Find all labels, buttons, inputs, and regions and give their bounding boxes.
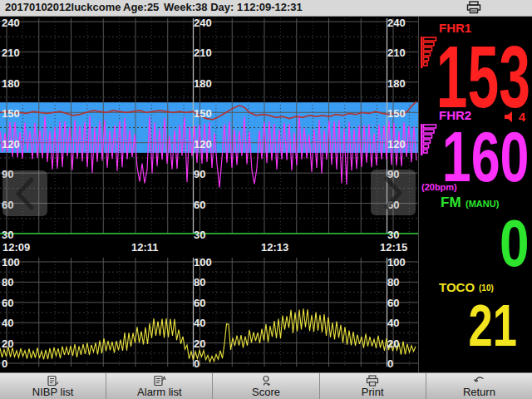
svg-text:120: 120	[387, 138, 406, 150]
svg-text:240: 240	[2, 17, 20, 29]
svg-text:150: 150	[194, 107, 212, 120]
toco-value: 21	[469, 297, 517, 355]
svg-text:80: 80	[387, 276, 399, 288]
svg-text:120: 120	[2, 138, 20, 150]
svg-text:20: 20	[194, 337, 205, 350]
alarm-list-button[interactable]: Alarm list	[106, 373, 213, 399]
svg-text:60: 60	[387, 297, 399, 309]
svg-text:30: 30	[387, 229, 399, 241]
svg-text:12:11: 12:11	[131, 241, 159, 254]
alarm-list-label: Alarm list	[137, 387, 181, 398]
svg-text:20: 20	[387, 337, 399, 350]
fetal-monitor-review-screen: 20170102012luckcome Age:25 Week:38 Day: …	[0, 0, 532, 399]
svg-text:150: 150	[2, 107, 20, 120]
fm-mode-label: (MANU)	[466, 199, 499, 209]
svg-text:0: 0	[2, 357, 7, 370]
svg-text:180: 180	[194, 77, 212, 90]
nibp-list-label: NIBP list	[32, 387, 74, 398]
svg-text:12:09: 12:09	[2, 241, 30, 254]
score-button[interactable]: Score	[213, 373, 319, 399]
score-label: Score	[252, 387, 280, 398]
vitals-panel: FHR1 153 FHR2 4	[418, 17, 532, 372]
toco-gain-label: (10)	[479, 283, 494, 293]
fm-count-value: 0	[499, 210, 529, 277]
svg-text:90: 90	[194, 168, 205, 180]
svg-text:40: 40	[194, 317, 205, 329]
svg-text:0: 0	[194, 357, 200, 370]
svg-text:20: 20	[2, 337, 13, 350]
return-label: Return	[463, 387, 495, 398]
score-icon	[259, 375, 273, 387]
svg-text:30: 30	[194, 229, 205, 241]
print-button[interactable]: Print	[320, 373, 426, 399]
svg-text:60: 60	[2, 297, 13, 309]
chevron-left-icon	[8, 175, 42, 212]
svg-text:80: 80	[194, 276, 205, 288]
svg-text:120: 120	[194, 138, 212, 150]
fhr2-range-note: (20bpm)	[421, 182, 457, 192]
svg-text:0: 0	[387, 357, 393, 370]
svg-text:40: 40	[387, 317, 399, 329]
printer-icon[interactable]	[466, 1, 481, 14]
fm-label: FM	[441, 195, 461, 211]
record-time-range: 12:09-12:31	[244, 1, 303, 13]
patient-record-id: 20170102012luckcome	[5, 1, 121, 13]
scroll-left-button[interactable]	[2, 170, 47, 216]
svg-text:40: 40	[2, 317, 13, 329]
patient-age: Age:25	[123, 1, 159, 13]
print-icon	[366, 375, 379, 387]
svg-text:210: 210	[387, 47, 406, 59]
svg-text:150: 150	[387, 107, 406, 120]
gestation-week-day: Week:38 Day: 1	[164, 1, 243, 13]
return-icon	[472, 375, 485, 387]
fhr2-signal-quality-icon	[420, 122, 438, 162]
svg-text:210: 210	[194, 47, 212, 59]
svg-text:100: 100	[2, 256, 20, 268]
fhr-toco-trend-plot: 2402101801501209060301008060402002402101…	[0, 17, 418, 372]
print-label: Print	[362, 387, 384, 398]
alarm-list-icon	[153, 375, 166, 387]
svg-text:210: 210	[2, 47, 20, 59]
svg-text:180: 180	[387, 77, 406, 90]
svg-text:12:13: 12:13	[261, 241, 288, 254]
top-status-bar: 20170102012luckcome Age:25 Week:38 Day: …	[0, 0, 532, 17]
bottom-toolbar: NIBP list Alarm list	[0, 372, 532, 399]
svg-text:60: 60	[194, 199, 205, 211]
nibp-list-icon	[47, 375, 60, 387]
svg-text:100: 100	[387, 256, 406, 268]
svg-text:30: 30	[2, 229, 13, 241]
nibp-list-button[interactable]: NIBP list	[0, 373, 106, 399]
svg-text:60: 60	[194, 297, 205, 309]
chevron-right-icon	[377, 175, 410, 211]
svg-text:80: 80	[2, 276, 13, 288]
svg-text:100: 100	[194, 256, 212, 268]
svg-text:12:15: 12:15	[380, 241, 407, 254]
scroll-right-button[interactable]	[371, 170, 416, 215]
svg-text:240: 240	[387, 17, 406, 29]
return-button[interactable]: Return	[426, 373, 532, 399]
svg-text:180: 180	[2, 77, 20, 90]
trend-chart-area: 2402101801501209060301008060402002402101…	[0, 17, 418, 372]
svg-text:240: 240	[194, 17, 212, 29]
toco-label: TOCO	[439, 280, 475, 294]
